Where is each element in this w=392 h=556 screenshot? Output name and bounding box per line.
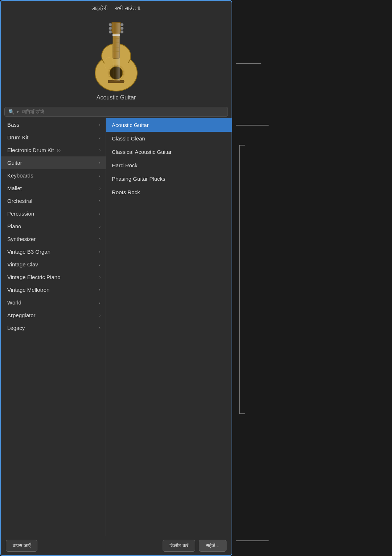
category-list: Bass›Drum Kit›Electronic Drum Kit⊙›Guita… xyxy=(1,118,106,536)
instrument-item-hard-rock[interactable]: Hard Rock xyxy=(106,159,232,172)
svg-point-12 xyxy=(121,30,123,33)
content-area: Bass›Drum Kit›Electronic Drum Kit⊙›Guita… xyxy=(1,118,232,536)
category-label: Vintage Mellotron xyxy=(7,287,49,293)
category-item-mallet[interactable]: Mallet› xyxy=(1,182,106,195)
category-item-piano[interactable]: Piano› xyxy=(1,220,106,233)
svg-point-10 xyxy=(121,23,123,26)
instrument-item-classic-clean[interactable]: Classic Clean xyxy=(106,132,232,145)
category-item-orchestral[interactable]: Orchestral› xyxy=(1,195,106,207)
chevron-right-icon: › xyxy=(99,313,101,318)
delete-button[interactable]: डिलीट करें xyxy=(163,540,195,552)
chevron-right-icon: › xyxy=(99,122,101,127)
category-label: Electronic Drum Kit xyxy=(7,147,54,153)
category-item-arpeggiator[interactable]: Arpeggiator› xyxy=(1,309,106,322)
category-label: Mallet xyxy=(7,185,22,191)
instrument-item-phasing-guitar[interactable]: Phasing Guitar Plucks xyxy=(106,172,232,185)
instrument-list: Acoustic GuitarClassic CleanClassical Ac… xyxy=(106,118,232,536)
sounds-dropdown[interactable]: सभी साउंड ⇅ xyxy=(115,5,140,12)
category-label: Vintage B3 Organ xyxy=(7,249,50,255)
category-label: Synthesizer xyxy=(7,236,36,242)
instrument-name-label: Acoustic Guitar xyxy=(97,94,136,101)
category-item-synthesizer[interactable]: Synthesizer› xyxy=(1,233,106,245)
category-item-electronic-drum-kit[interactable]: Electronic Drum Kit⊙› xyxy=(1,144,106,156)
category-item-guitar[interactable]: Guitar› xyxy=(1,156,106,169)
svg-point-7 xyxy=(109,23,112,26)
category-label: Arpeggiator xyxy=(7,312,36,318)
chevron-right-icon: › xyxy=(99,300,101,305)
panel-header: लाइब्रेरी सभी साउंड ⇅ xyxy=(1,1,232,14)
search-icon: 🔍 xyxy=(8,109,15,115)
chevron-right-icon: › xyxy=(99,237,101,242)
search-bar[interactable]: 🔍 ▾ xyxy=(4,107,228,117)
svg-rect-23 xyxy=(113,34,120,36)
chevron-right-icon: › xyxy=(99,160,101,165)
category-label: Piano xyxy=(7,223,21,229)
chevron-right-icon: › xyxy=(99,211,101,216)
category-label: Drum Kit xyxy=(7,134,28,140)
chevron-right-icon: › xyxy=(99,173,101,178)
dropdown-chevron-icon: ⇅ xyxy=(137,6,141,11)
category-item-drum-kit[interactable]: Drum Kit› xyxy=(1,131,106,144)
category-label: Vintage Clav xyxy=(7,261,38,267)
search-dropdown-icon: ▾ xyxy=(17,110,19,114)
category-label: Keyboards xyxy=(7,172,33,179)
category-label: World xyxy=(7,299,21,306)
chevron-right-icon: › xyxy=(99,326,101,331)
save-button[interactable]: सहेजें... xyxy=(199,540,226,552)
chevron-right-icon: › xyxy=(99,135,101,140)
chevron-right-icon: › xyxy=(99,275,101,280)
instrument-item-acoustic-guitar[interactable]: Acoustic Guitar xyxy=(106,118,232,132)
chevron-right-icon: › xyxy=(99,262,101,267)
instrument-item-classical-acoustic[interactable]: Classical Acoustic Guitar xyxy=(106,145,232,159)
category-item-bass[interactable]: Bass› xyxy=(1,118,106,131)
chevron-right-icon: › xyxy=(99,148,101,153)
category-label: Guitar xyxy=(7,160,22,166)
category-label: Orchestral xyxy=(7,198,32,204)
category-item-world[interactable]: World› xyxy=(1,296,106,309)
chevron-right-icon: › xyxy=(99,287,101,293)
library-panel: लाइब्रेरी सभी साउंड ⇅ xyxy=(0,0,232,556)
sounds-label: सभी साउंड xyxy=(115,5,135,12)
back-button[interactable]: वापस जाएँ xyxy=(6,540,37,552)
category-label: Bass xyxy=(7,122,19,128)
bottom-toolbar: वापस जाएँ डिलीट करें सहेजें... xyxy=(1,536,232,555)
category-item-vintage-b3[interactable]: Vintage B3 Organ› xyxy=(1,245,106,258)
instrument-display: Acoustic Guitar xyxy=(1,14,232,105)
chevron-right-icon: › xyxy=(99,186,101,191)
instrument-item-roots-rock[interactable]: Roots Rock xyxy=(106,185,232,199)
chevron-right-icon: › xyxy=(99,249,101,254)
category-label: Vintage Electric Piano xyxy=(7,274,60,280)
guitar-image xyxy=(76,17,156,93)
category-label: Percussion xyxy=(7,210,34,217)
category-item-keyboards[interactable]: Keyboards› xyxy=(1,169,106,182)
svg-point-11 xyxy=(121,27,123,30)
category-item-vintage-mellotron[interactable]: Vintage Mellotron› xyxy=(1,283,106,296)
chevron-right-icon: › xyxy=(99,199,101,204)
category-item-legacy[interactable]: Legacy› xyxy=(1,322,106,334)
category-label: Legacy xyxy=(7,325,25,331)
category-item-vintage-electric[interactable]: Vintage Electric Piano› xyxy=(1,271,106,283)
download-icon: ⊙ xyxy=(57,147,61,153)
svg-point-9 xyxy=(109,30,112,33)
svg-point-8 xyxy=(109,27,112,30)
library-title: लाइब्रेरी xyxy=(91,5,107,12)
search-input[interactable] xyxy=(22,109,224,115)
category-item-percussion[interactable]: Percussion› xyxy=(1,207,106,220)
chevron-right-icon: › xyxy=(99,224,101,229)
category-item-vintage-clav[interactable]: Vintage Clav› xyxy=(1,258,106,271)
